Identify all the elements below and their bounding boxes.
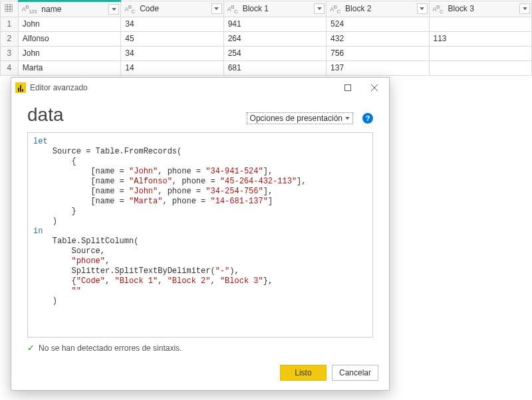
dialog-button-row: Listo Cancelar [11,359,389,390]
table-row[interactable]: 2 Alfonso 45 264 432 113 [1,31,532,46]
col-header-block1[interactable]: ABC Block 1 [223,1,326,17]
syntax-status-text: No se han detectado errores de sintaxis. [39,344,182,353]
cell[interactable]: 524 [327,17,429,31]
col-header-block3[interactable]: ABC Block 3 [429,1,531,17]
row-number[interactable]: 2 [1,31,19,46]
cell[interactable]: 45 [121,31,223,46]
check-icon: ✓ [27,343,35,353]
filter-dropdown-icon[interactable] [417,3,428,14]
cell[interactable]: 941 [223,17,326,31]
powerbi-icon [15,82,26,93]
close-icon [371,84,378,91]
cancel-button[interactable]: Cancelar [332,365,378,381]
m-code-editor[interactable]: let Source = Table.FromRecords( { [name … [27,132,373,338]
table-row[interactable]: 1 John 34 941 524 [1,17,532,31]
col-header-code[interactable]: ABC Code [121,1,223,17]
cell[interactable]: 14 [121,60,223,75]
cell[interactable]: 756 [327,46,429,60]
cell[interactable]: John [18,17,120,31]
type-icon-text: ABC [433,4,444,15]
dialog-title: Editor avanzado [30,83,88,92]
svg-rect-0 [5,4,13,12]
dialog-titlebar[interactable]: Editor avanzado [11,78,389,98]
type-icon-text: ABC [227,4,238,15]
data-grid: AB123 name ABC Code ABC Block 1 [0,0,532,76]
cell[interactable] [429,17,531,31]
col-label: Block 2 [345,4,371,13]
display-options-dropdown[interactable]: Opciones de presentación [247,112,353,124]
display-options-label: Opciones de presentación [250,114,342,123]
col-label: Block 1 [243,4,269,13]
chevron-down-icon [345,117,350,120]
type-icon-text: ABC [330,4,340,15]
maximize-icon [344,84,351,91]
query-name: data [27,104,247,126]
filter-dropdown-icon[interactable] [108,4,119,15]
filter-dropdown-icon[interactable] [314,3,325,14]
cell[interactable] [429,46,531,60]
cell[interactable] [429,60,531,75]
syntax-status: ✓ No se han detectado errores de sintaxi… [27,343,373,353]
cell[interactable]: 113 [429,31,531,46]
col-label: Code [140,4,159,13]
filter-dropdown-icon[interactable] [211,3,222,14]
col-label: name [41,5,61,14]
close-button[interactable] [361,78,388,98]
maximize-button[interactable] [334,78,361,98]
header-row: AB123 name ABC Code ABC Block 1 [1,1,532,17]
cell[interactable]: 34 [121,46,223,60]
table-corner[interactable] [1,1,19,17]
table-icon [5,4,13,12]
cell[interactable]: Marta [18,60,120,75]
col-header-block2[interactable]: ABC Block 2 [327,1,429,17]
grid-body: 1 John 34 941 524 2 Alfonso 45 264 432 1… [1,17,532,75]
row-number[interactable]: 3 [1,46,19,60]
cell[interactable]: 34 [121,17,223,31]
table-row[interactable]: 3 John 34 254 756 [1,46,532,60]
type-icon-any: AB123 [22,4,37,15]
ok-button[interactable]: Listo [280,365,327,381]
filter-dropdown-icon[interactable] [519,3,530,14]
col-label: Block 3 [448,4,474,13]
cell[interactable]: 432 [327,31,429,46]
cell[interactable]: 264 [223,31,326,46]
cell[interactable]: John [18,46,120,60]
help-icon-text: ? [366,114,370,122]
table-row[interactable]: 4 Marta 14 681 137 [1,60,532,75]
svg-rect-5 [345,85,351,91]
cell[interactable]: Alfonso [18,31,120,46]
help-button[interactable]: ? [362,113,373,124]
cell[interactable]: 681 [223,60,326,75]
row-number[interactable]: 4 [1,60,19,75]
cell[interactable]: 137 [327,60,429,75]
row-number[interactable]: 1 [1,17,19,31]
col-header-name[interactable]: AB123 name [18,1,120,17]
type-icon-text: ABC [124,4,135,15]
advanced-editor-dialog: Editor avanzado data Opciones de present… [11,77,390,391]
cell[interactable]: 254 [223,46,326,60]
